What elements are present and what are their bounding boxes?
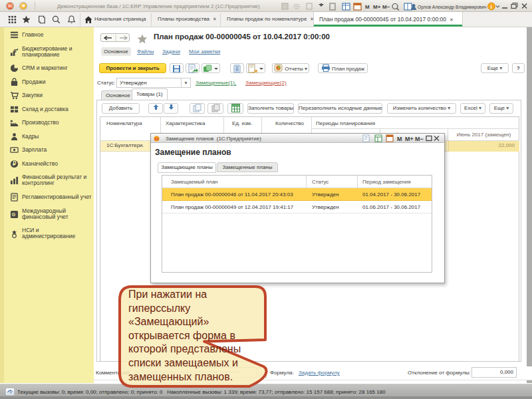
svg-text:М: М [397,136,402,142]
svg-text:М−: М− [415,136,424,142]
svg-text:М−: М− [382,4,390,10]
svg-text:М: М [365,4,370,10]
svg-text:М+: М+ [373,4,381,10]
svg-text:9: 9 [14,48,17,54]
svg-text:G: G [12,212,15,217]
svg-text:Орлов Александр Владимирович: Орлов Александр Владимирович [418,5,487,10]
svg-text:1С: 1С [154,137,159,141]
svg-text:М+: М+ [405,136,414,142]
svg-text:₽: ₽ [13,160,17,167]
